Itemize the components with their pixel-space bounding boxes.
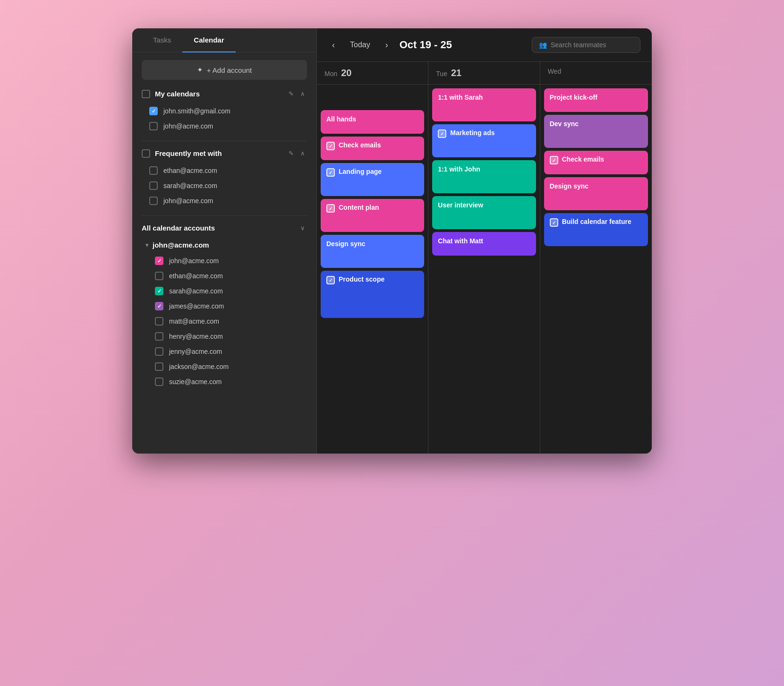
acct-sarah-checkbox[interactable]: ✓ <box>155 287 163 295</box>
build-calendar-title: Build calendar feature <box>562 218 631 225</box>
prev-nav-button[interactable]: ‹ <box>328 38 339 52</box>
app-window: Tasks Calendar ✦ + Add account My calend… <box>132 28 652 454</box>
ethan-checkbox[interactable] <box>149 166 158 175</box>
day-header-mon: Mon 20 <box>317 62 428 84</box>
my-calendars-section: My calendars ✎ ∧ ✓ john.smith@gmail.com <box>142 89 307 133</box>
day-header-wed: Wed <box>540 62 652 84</box>
calendar-item-john-smith[interactable]: ✓ john.smith@gmail.com <box>145 104 307 118</box>
frequently-met-checkbox[interactable] <box>142 149 150 158</box>
main-calendar: ‹ Today › Oct 19 - 25 👥 Mon 20 <box>316 28 652 454</box>
marketing-ads-checkbox[interactable]: ✓ <box>438 129 446 138</box>
my-calendars-edit-button[interactable]: ✎ <box>287 89 296 98</box>
content-plan-checkbox[interactable]: ✓ <box>326 204 335 213</box>
acct-jenny-checkbox[interactable] <box>155 347 163 356</box>
tab-tasks[interactable]: Tasks <box>142 28 182 52</box>
event-check-emails-wed[interactable]: ✓ Check emails <box>544 151 648 174</box>
add-account-label: + Add account <box>207 66 252 74</box>
frequently-met-collapse-button[interactable]: ∧ <box>298 149 307 158</box>
sarah-checkbox[interactable] <box>149 181 158 190</box>
ethan-email: ethan@acme.com <box>163 167 217 174</box>
frequently-met-edit-button[interactable]: ✎ <box>287 149 296 158</box>
next-nav-button[interactable]: › <box>382 38 392 52</box>
acct-jackson-checkbox[interactable] <box>155 362 163 371</box>
product-scope-checkbox[interactable]: ✓ <box>326 276 335 284</box>
acct-james-checkbox[interactable]: ✓ <box>155 302 163 310</box>
wednesday-column: Project kick-off Dev sync ✓ Check emails <box>540 85 652 454</box>
acct-henry-checkbox[interactable] <box>155 332 163 341</box>
acct-item-henry[interactable]: henry@acme.com <box>151 329 307 343</box>
my-calendars-actions: ✎ ∧ <box>287 89 307 98</box>
event-project-kickoff[interactable]: Project kick-off <box>544 88 648 112</box>
checkmark-icon: ✓ <box>329 206 332 211</box>
acct-item-matt[interactable]: matt@acme.com <box>151 314 307 328</box>
event-design-sync-wed[interactable]: Design sync <box>544 177 648 210</box>
event-marketing-ads[interactable]: ✓ Marketing ads <box>432 124 536 157</box>
freq-john-checkbox[interactable] <box>149 197 158 205</box>
1-1-john-title: 1:1 with John <box>438 165 480 173</box>
event-product-scope[interactable]: ✓ Product scope <box>321 271 424 318</box>
acct-suzie-checkbox[interactable] <box>155 377 163 386</box>
calendar-item-john-acme[interactable]: john@acme.com <box>145 119 307 133</box>
calendar-days-header: Mon 20 Tue 21 Wed <box>317 62 652 85</box>
event-build-calendar[interactable]: ✓ Build calendar feature <box>544 213 648 246</box>
event-user-interview[interactable]: User interview <box>432 196 536 229</box>
search-teammates-input[interactable] <box>551 41 633 49</box>
freq-item-ethan[interactable]: ethan@acme.com <box>145 163 307 178</box>
monday-empty-space <box>321 88 424 107</box>
divider-2 <box>142 215 307 216</box>
event-chat-matt[interactable]: Chat with Matt <box>432 232 536 256</box>
all-accounts-collapse-button[interactable]: ∨ <box>298 223 307 232</box>
sidebar-tabs: Tasks Calendar <box>132 28 316 52</box>
event-design-sync-mon[interactable]: Design sync <box>321 235 424 268</box>
acct-matt-checkbox[interactable] <box>155 317 163 326</box>
event-landing-page[interactable]: ✓ Landing page <box>321 163 424 196</box>
frequently-met-actions: ✎ ∧ <box>287 149 307 158</box>
account-expand-button-john[interactable]: ▾ <box>145 241 149 249</box>
acct-item-ethan[interactable]: ethan@acme.com <box>151 269 307 283</box>
acct-item-james[interactable]: ✓ james@acme.com <box>151 299 307 313</box>
acct-item-suzie[interactable]: suzie@acme.com <box>151 375 307 389</box>
tab-calendar-label: Calendar <box>194 36 224 44</box>
event-content-plan[interactable]: ✓ Content plan <box>321 199 424 232</box>
today-button[interactable]: Today <box>346 39 374 51</box>
marketing-ads-title: Marketing ads <box>450 129 494 137</box>
acct-jenny-email: jenny@acme.com <box>169 348 222 355</box>
event-all-hands[interactable]: All hands <box>321 110 424 134</box>
acct-item-jenny[interactable]: jenny@acme.com <box>151 344 307 359</box>
freq-item-john-acme[interactable]: john@acme.com <box>145 194 307 208</box>
tab-calendar[interactable]: Calendar <box>182 28 235 52</box>
plus-icon: ✦ <box>197 66 203 74</box>
acct-item-john[interactable]: ✓ john@acme.com <box>151 254 307 268</box>
build-calendar-checkbox[interactable]: ✓ <box>550 218 558 227</box>
my-calendars-items: ✓ john.smith@gmail.com john@acme.com <box>142 104 307 133</box>
add-account-button[interactable]: ✦ + Add account <box>142 60 307 80</box>
acct-james-email: james@acme.com <box>169 302 224 310</box>
landing-page-checkbox[interactable]: ✓ <box>326 168 335 177</box>
john-acme-checkbox[interactable] <box>149 122 158 130</box>
acct-ethan-checkbox[interactable] <box>155 272 163 280</box>
acct-john-checkbox[interactable]: ✓ <box>155 257 163 265</box>
check-emails-wed-checkbox[interactable]: ✓ <box>550 156 558 164</box>
acct-item-sarah[interactable]: ✓ sarah@acme.com <box>151 284 307 298</box>
john-smith-checkbox[interactable]: ✓ <box>149 107 158 115</box>
product-scope-title: Product scope <box>339 275 384 283</box>
event-check-emails-mon[interactable]: ✓ Check emails <box>321 137 424 160</box>
event-1-1-john[interactable]: 1:1 with John <box>432 160 536 193</box>
check-emails-checkbox[interactable]: ✓ <box>326 142 335 150</box>
my-calendars-collapse-button[interactable]: ∧ <box>298 89 307 98</box>
date-range: Oct 19 - 25 <box>400 39 524 51</box>
event-1-1-sarah[interactable]: 1:1 with Sarah <box>432 88 536 121</box>
tuesday-column: 1:1 with Sarah ✓ Marketing ads 1:1 with … <box>428 85 540 454</box>
calendar-grid: Mon 20 Tue 21 Wed All hands <box>317 62 652 454</box>
freq-item-sarah[interactable]: sarah@acme.com <box>145 179 307 193</box>
john-smith-email: john.smith@gmail.com <box>163 107 230 115</box>
acct-item-jackson[interactable]: jackson@acme.com <box>151 360 307 374</box>
search-teammates-box[interactable]: 👥 <box>532 37 640 53</box>
event-dev-sync[interactable]: Dev sync <box>544 115 648 148</box>
account-group-name-john: john@acme.com <box>153 241 209 249</box>
checkmark-icon: ✓ <box>157 303 162 309</box>
my-calendars-checkbox[interactable] <box>142 90 150 98</box>
sidebar-content: ✦ + Add account My calendars ✎ ∧ ✓ <box>132 52 316 454</box>
freq-john-email: john@acme.com <box>163 197 213 205</box>
content-plan-title: Content plan <box>339 204 379 211</box>
